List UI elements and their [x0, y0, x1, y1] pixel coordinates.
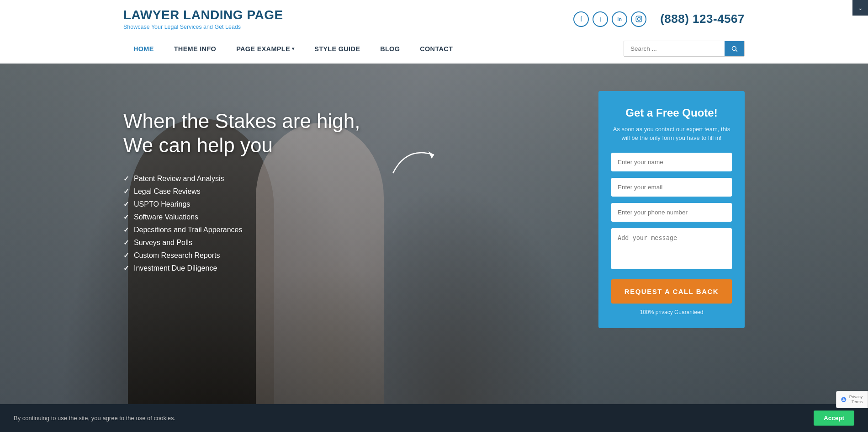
facebook-icon[interactable]: f — [573, 11, 589, 27]
quote-form: Get a Free Quote! As soon as you contact… — [598, 91, 745, 328]
nav-item-home[interactable]: HOME — [123, 35, 164, 63]
nav-item-page-example[interactable]: PAGE EXAMPLE ▾ — [226, 35, 304, 63]
list-item: Surveys and Polls — [123, 239, 598, 247]
scroll-tab[interactable]: ⌄ — [852, 0, 868, 16]
recaptcha-badge: Privacy - Terms — [836, 391, 868, 408]
cookie-accept-button[interactable]: Accept — [814, 411, 854, 426]
svg-line-4 — [736, 50, 737, 52]
name-input[interactable] — [611, 153, 732, 171]
twitter-icon[interactable]: t — [593, 11, 608, 27]
recaptcha-icon — [841, 394, 847, 405]
privacy-text: 100% privacy Guaranteed — [611, 309, 732, 315]
list-item: Patent Review and Analysis — [123, 175, 598, 183]
quote-form-title: Get a Free Quote! — [611, 107, 732, 119]
social-icons: f t in — [573, 11, 646, 27]
list-item: Software Valuations — [123, 213, 598, 221]
list-item: USPTO Hearings — [123, 200, 598, 208]
list-item: Investment Due Diligence — [123, 264, 598, 272]
checklist: Patent Review and Analysis Legal Case Re… — [123, 175, 598, 272]
list-item: Custom Research Reports — [123, 251, 598, 260]
header-right: f t in (888) 123-4567 — [573, 11, 745, 27]
top-header: LAWYER LANDING PAGE Showcase Your Legal … — [0, 0, 868, 35]
cookie-bar: By continuing to use the site, you agree… — [0, 404, 868, 432]
svg-marker-5 — [429, 151, 434, 159]
svg-point-2 — [640, 17, 640, 18]
hero-content: When the Stakes are high,We can help you… — [0, 64, 868, 328]
linkedin-icon[interactable]: in — [612, 11, 627, 27]
request-callback-button[interactable]: REQUEST A CALL BACK — [611, 279, 732, 304]
cookie-text: By continuing to use the site, you agree… — [14, 415, 804, 421]
hero-text: When the Stakes are high,We can help you… — [123, 91, 598, 273]
search-button[interactable] — [725, 41, 744, 56]
navbar: HOME THEME INFO PAGE EXAMPLE ▾ STYLE GUI… — [0, 35, 868, 64]
brand-subtitle: Showcase Your Legal Services and Get Lea… — [123, 24, 283, 30]
svg-point-3 — [732, 47, 736, 51]
search-input[interactable] — [624, 42, 725, 56]
svg-rect-0 — [636, 16, 642, 22]
brand-title: LAWYER LANDING PAGE — [123, 8, 283, 22]
list-item: Depcsitions and Trail Apperances — [123, 226, 598, 234]
quote-form-subtitle: As soon as you contact our expert team, … — [611, 125, 732, 143]
svg-point-1 — [637, 18, 640, 21]
hero-headline: When the Stakes are high,We can help you — [123, 109, 598, 158]
brand-logo: LAWYER LANDING PAGE Showcase Your Legal … — [123, 8, 283, 30]
chevron-down-icon: ▾ — [292, 46, 294, 51]
nav-item-blog[interactable]: BLOG — [370, 35, 410, 63]
arrow-decoration — [388, 141, 443, 178]
nav-item-contact[interactable]: CONTACT — [410, 35, 463, 63]
phone-number: (888) 123-4567 — [660, 12, 745, 26]
list-item: Legal Case Reviews — [123, 187, 598, 196]
search-bar — [624, 41, 745, 57]
hero-section: When the Stakes are high,We can help you… — [0, 64, 868, 429]
instagram-icon[interactable] — [631, 11, 646, 27]
nav-item-style-guide[interactable]: STYLE GUIDE — [304, 35, 370, 63]
email-input[interactable] — [611, 178, 732, 197]
message-input[interactable] — [611, 228, 732, 269]
phone-input[interactable] — [611, 203, 732, 222]
nav-links: HOME THEME INFO PAGE EXAMPLE ▾ STYLE GUI… — [123, 35, 463, 63]
nav-item-theme-info[interactable]: THEME INFO — [164, 35, 226, 63]
